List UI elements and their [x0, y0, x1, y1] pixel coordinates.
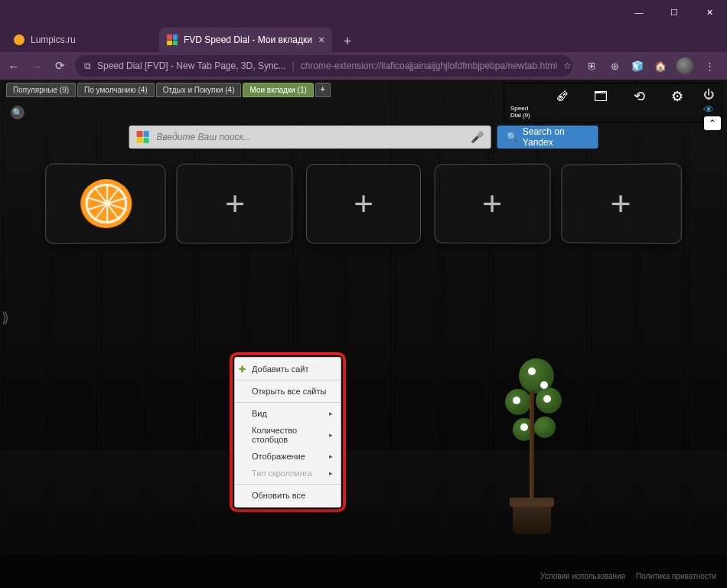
plus-icon: +	[482, 185, 502, 223]
new-tab-button[interactable]: +	[337, 31, 358, 52]
dial-tile-add[interactable]: +	[435, 164, 551, 244]
toolbar-sync[interactable]: ⟲	[625, 88, 653, 105]
magnifier-icon[interactable]: 🔍	[11, 106, 24, 119]
plus-icon: +	[225, 185, 245, 223]
menu-columns[interactable]: Количество столбцов▸	[235, 422, 341, 448]
sync-icon: ⟲	[629, 88, 649, 105]
favicon-speeddial-icon	[167, 34, 178, 45]
search-yandex-button[interactable]: 🔍 Search on Yandex	[497, 126, 598, 149]
dial-grid: + + + +	[49, 164, 678, 243]
eye-icon[interactable]: 👁	[703, 103, 714, 116]
footer-privacy-link[interactable]: Политика приватности	[636, 572, 716, 580]
group-tab-popular[interactable]: Популярные (9)	[6, 83, 76, 97]
toolbar-side: ⏻ 👁	[702, 88, 716, 116]
toolbar-home-label: Speed Dial (9)	[510, 105, 538, 119]
footer-links: Условия использования Политика приватнос…	[540, 572, 716, 580]
menu-scroll-type: Тип скроллинга▸	[235, 465, 341, 482]
toolbar-recent[interactable]: 🗞	[549, 88, 576, 105]
page-url-text: chrome-extension://llaficoajjainaijghjlo…	[301, 60, 558, 71]
toolbar-collapse[interactable]: ⌃	[704, 116, 721, 130]
dial-groups: Популярные (9) По умолчанию (4) Отдых и …	[6, 83, 331, 97]
dial-tile-add[interactable]: +	[561, 163, 681, 244]
prev-page-arrow-icon[interactable]: ⟫	[2, 309, 9, 326]
dial-tile-1[interactable]	[45, 163, 165, 244]
menu-refresh-all[interactable]: Обновить все	[235, 487, 341, 504]
ext-shield-icon[interactable]: ⛨	[585, 59, 598, 73]
search-button-label: Search on Yandex	[523, 126, 589, 148]
address-bar[interactable]: ⧉ Speed Dial [FVD] - New Tab Page, 3D, S…	[75, 55, 572, 77]
recent-icon: 🗞	[553, 88, 572, 105]
context-menu: Добавить сайт Открыть все сайты Вид▸ Кол…	[234, 357, 341, 508]
browser-tab-speeddial[interactable]: FVD Speed Dial - Мои вкладки ×	[159, 28, 332, 52]
speed-dial-toolbar: Speed Dial (9) 🗞 🗔 ⟲ ⚙ ⏻ 👁	[504, 83, 722, 122]
ext-cube-icon[interactable]: 🧊	[631, 59, 644, 73]
speed-dial-logo-icon	[517, 88, 532, 103]
nav-forward-button[interactable]: →	[29, 58, 44, 74]
chevron-right-icon: ▸	[329, 410, 333, 417]
footer-terms-link[interactable]: Условия использования	[540, 572, 625, 580]
extension-icon: ⧉	[84, 60, 91, 71]
gear-icon: ⚙	[667, 88, 687, 105]
bookmark-star-icon[interactable]: ☆	[563, 60, 572, 71]
search-input[interactable]	[157, 132, 463, 142]
mic-icon[interactable]: 🎤	[471, 131, 484, 143]
dial-tile-add[interactable]: +	[306, 164, 421, 243]
search-box[interactable]: 🎤	[129, 126, 491, 149]
toolbar-home[interactable]: Speed Dial (9)	[510, 88, 538, 119]
profile-avatar[interactable]	[676, 57, 693, 74]
decorative-plant	[490, 351, 574, 534]
speed-dial-page: Популярные (9) По умолчанию (4) Отдых и …	[0, 80, 727, 588]
group-tab-shopping[interactable]: Отдых и Покупки (4)	[156, 83, 242, 97]
menu-display[interactable]: Отображение▸	[235, 448, 341, 465]
browser-tab-lumpics[interactable]: Lumpics.ru	[6, 28, 159, 52]
context-menu-highlight: Добавить сайт Открыть все сайты Вид▸ Кол…	[230, 352, 346, 512]
tab-close-icon[interactable]: ×	[318, 34, 324, 46]
chevron-right-icon: ▸	[329, 431, 333, 439]
menu-add-site[interactable]: Добавить сайт	[235, 361, 341, 377]
search-icon: 🔍	[507, 132, 518, 142]
browser-menu-icon[interactable]: ⋮	[703, 59, 716, 73]
group-add-button[interactable]: +	[315, 83, 331, 97]
window-titlebar: — ☐ ✕	[0, 0, 727, 24]
plus-icon: +	[611, 185, 631, 223]
power-icon[interactable]: ⏻	[703, 88, 714, 100]
browser-toolbar: ← → ⟳ ⧉ Speed Dial [FVD] - New Tab Page,…	[0, 52, 727, 80]
browser-tabstrip: Lumpics.ru FVD Speed Dial - Мои вкладки …	[0, 24, 727, 52]
plus-icon: +	[354, 185, 373, 223]
orange-icon	[80, 179, 132, 228]
apps-icon: 🗔	[591, 88, 611, 105]
window-close[interactable]: ✕	[692, 0, 727, 24]
search-logo-icon	[137, 131, 149, 143]
tab-label: Lumpics.ru	[31, 34, 76, 45]
window-maximize[interactable]: ☐	[657, 0, 692, 24]
nav-back-button[interactable]: ←	[6, 58, 21, 74]
ext-home-icon[interactable]: 🏠	[654, 59, 667, 73]
menu-view[interactable]: Вид▸	[235, 405, 341, 422]
chevron-right-icon: ▸	[329, 469, 333, 477]
group-tab-my[interactable]: Мои вкладки (1)	[243, 83, 313, 97]
search-row: 🎤 🔍 Search on Yandex	[129, 126, 598, 149]
dial-tile-add[interactable]: +	[177, 164, 293, 244]
nav-reload-button[interactable]: ⟳	[52, 58, 67, 74]
favicon-lumpics	[14, 34, 24, 45]
menu-open-all[interactable]: Открыть все сайты	[235, 383, 341, 400]
extension-icons: ⛨ ⊕ 🧊 🏠 ⋮	[580, 57, 721, 74]
ext-plus-icon[interactable]: ⊕	[608, 59, 621, 73]
group-tab-default[interactable]: По умолчанию (4)	[77, 83, 155, 97]
chevron-right-icon: ▸	[329, 452, 333, 460]
toolbar-apps[interactable]: 🗔	[587, 88, 615, 105]
toolbar-settings[interactable]: ⚙	[663, 88, 691, 105]
tab-label: FVD Speed Dial - Мои вкладки	[184, 34, 312, 45]
window-minimize[interactable]: —	[621, 0, 657, 24]
page-title-text: Speed Dial [FVD] - New Tab Page, 3D, Syn…	[97, 60, 286, 71]
